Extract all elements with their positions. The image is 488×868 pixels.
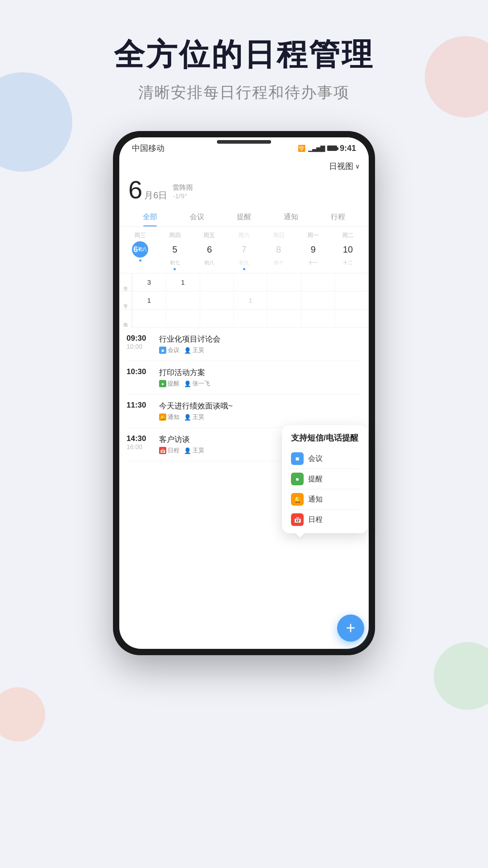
event-type-label-3: 通知: [168, 413, 179, 421]
day-name-fri: 周五: [203, 231, 215, 239]
sub-title: 清晰安排每日行程和待办事项: [0, 82, 488, 103]
event-time-2: 10:30: [127, 367, 155, 376]
day-lunar-sat: 初九: [239, 259, 249, 266]
popup-schedule-icon: 📅: [291, 513, 304, 526]
event-start-3: 11:30: [127, 401, 155, 410]
grid-cell-0-pm: 1: [132, 291, 166, 310]
event-time-1: 09:30 10:00: [127, 334, 155, 350]
event-details-1: 行业化项目讨论会 ■ 会议 👤 王昊: [159, 334, 361, 354]
event-type-label-4: 日程: [168, 446, 179, 455]
popup-remind-label: 提醒: [308, 474, 323, 484]
popup-action-notify[interactable]: 🔔 通知: [291, 489, 359, 510]
popup-schedule-label: 日程: [308, 515, 323, 525]
event-end-4: 16:00: [127, 443, 155, 450]
tab-meeting[interactable]: 会议: [174, 208, 221, 226]
weather-temp: -1/9°: [173, 192, 193, 200]
phone-notch: [217, 140, 271, 144]
person-name-2: 张一飞: [192, 380, 210, 388]
day-lunar-mon: 十一: [308, 259, 318, 266]
event-type-badge-4: 📅 日程: [159, 446, 179, 455]
day-name-sun: 周日: [273, 231, 285, 239]
wifi-icon: 🛜: [298, 145, 305, 152]
popup-meeting-label: 会议: [308, 454, 323, 464]
event-start-2: 10:30: [127, 367, 155, 376]
event-item-2[interactable]: 10:30 打印活动方案 ● 提醒 👤 张一飞: [127, 361, 361, 394]
time-label-eve: 晚上: [119, 310, 131, 328]
fab-add-button[interactable]: +: [337, 615, 364, 642]
tab-all[interactable]: 全部: [127, 208, 174, 226]
schedule-grid: 上午 下午 晚上 3 1 1: [119, 273, 369, 328]
week-day-fri[interactable]: 周五 6 初八: [192, 231, 227, 270]
date-day: 6: [128, 177, 142, 202]
signal-icon: ▁▃▅▇: [308, 145, 324, 152]
event-person-3: 👤 王昊: [184, 413, 204, 421]
grid-cell-5-pm: [301, 291, 335, 310]
event-time-4: 14:30 16:00: [127, 434, 155, 450]
event-title-2: 打印活动方案: [159, 367, 361, 378]
event-item-1[interactable]: 09:30 10:00 行业化项目讨论会 ■ 会议 👤 王昊: [127, 328, 361, 361]
event-type-badge-2: ● 提醒: [159, 380, 179, 388]
week-day-tue[interactable]: 周二 10 十二: [330, 231, 365, 270]
day-name-tue: 周二: [342, 231, 354, 239]
grid-col-3: 1: [234, 273, 267, 328]
day-name-mon: 周一: [307, 231, 319, 239]
grid-cell-3-eve: [234, 310, 267, 328]
grid-cell-1-am: 1: [166, 273, 200, 291]
event-type-label-2: 提醒: [168, 380, 179, 388]
week-days-row: 周三 6初八 周四 5 初七 周五 6 初八: [123, 231, 365, 270]
day-name-wed: 周三: [134, 231, 146, 239]
person-name-3: 王昊: [192, 413, 204, 421]
bg-circle-green: [434, 642, 488, 710]
event-person-1: 👤 王昊: [184, 346, 204, 354]
time-label-pm: 下午: [119, 291, 131, 310]
event-type-badge-1: ■ 会议: [159, 346, 179, 354]
week-day-mon[interactable]: 周一 9 十一: [296, 231, 331, 270]
carrier-label: 中国移动: [132, 143, 164, 154]
tab-remind[interactable]: 提醒: [221, 208, 267, 226]
day-lunar-tue: 十二: [343, 259, 353, 266]
tab-schedule[interactable]: 行程: [314, 208, 361, 226]
grid-cell-3-pm: 1: [234, 291, 267, 310]
grid-cell-6-am: [335, 273, 369, 291]
grid-cell-6-pm: [335, 291, 369, 310]
popup-action-meeting[interactable]: ■ 会议: [291, 449, 359, 469]
event-item-3[interactable]: 11:30 今天进行绩效面谈哦~ 🔔 通知 👤 王昊: [127, 394, 361, 428]
week-day-wed[interactable]: 周三 6初八: [123, 231, 158, 270]
date-header: 6 月6日 雷阵雨 -1/9°: [119, 174, 369, 208]
day-num-mon: 9: [305, 241, 321, 258]
tab-notify[interactable]: 通知: [267, 208, 314, 226]
day-dot-tue: [347, 268, 349, 270]
remind-icon: ●: [159, 380, 166, 387]
grid-cell-2-pm: [200, 291, 234, 310]
event-person-4: 👤 王昊: [184, 446, 204, 455]
popup-remind-icon: ●: [291, 473, 304, 485]
day-num-thu: 5: [167, 241, 183, 258]
day-name-sat: 周六: [238, 231, 250, 239]
time-label-am: 上午: [119, 273, 131, 291]
grid-col-1: 1: [166, 273, 200, 328]
grid-col-2: [200, 273, 234, 328]
time-labels: 上午 下午 晚上: [119, 273, 132, 328]
popup-action-schedule[interactable]: 📅 日程: [291, 510, 359, 530]
grid-cell-4-pm: [267, 291, 301, 310]
event-meta-1: ■ 会议 👤 王昊: [159, 346, 361, 354]
event-meta-3: 🔔 通知 👤 王昊: [159, 413, 361, 421]
event-start-4: 14:30: [127, 434, 155, 443]
status-icons: 🛜 ▁▃▅▇ 9:41: [298, 144, 356, 153]
status-time: 9:41: [340, 144, 356, 153]
day-num-sun: 8: [271, 241, 287, 258]
week-calendar: 周三 6初八 周四 5 初七 周五 6 初八: [119, 227, 369, 273]
event-details-3: 今天进行绩效面谈哦~ 🔔 通知 👤 王昊: [159, 401, 361, 421]
grid-cell-6-eve: [335, 310, 369, 328]
person-name-4: 王昊: [192, 446, 204, 455]
week-day-sun[interactable]: 周日 8 初十: [261, 231, 296, 270]
grid-cell-4-eve: [267, 310, 301, 328]
week-day-sat[interactable]: 周六 7 初九: [227, 231, 262, 270]
day-num-tue: 10: [340, 241, 356, 258]
grid-col-4: [267, 273, 301, 328]
popup-action-remind[interactable]: ● 提醒: [291, 469, 359, 489]
week-day-thu[interactable]: 周四 5 初七: [158, 231, 192, 270]
day-dot-thu: [174, 268, 176, 270]
view-selector[interactable]: 日视图 ∨: [119, 157, 369, 174]
popup-meeting-icon: ■: [291, 452, 304, 465]
